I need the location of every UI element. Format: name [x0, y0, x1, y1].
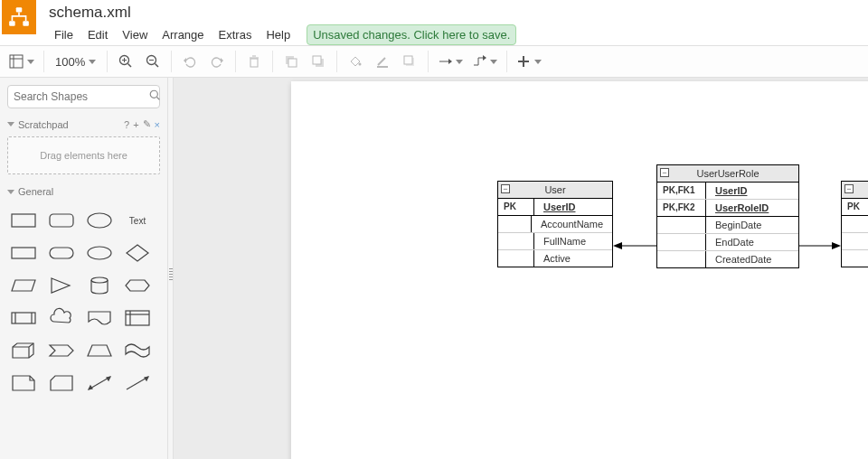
table-row[interactable]: PK,FK1UserID [657, 183, 798, 200]
menu-view[interactable]: View [117, 25, 153, 44]
redo-button[interactable] [204, 49, 230, 74]
general-header[interactable]: General [0, 183, 167, 200]
svg-point-35 [88, 213, 111, 228]
table-row[interactable]: EndDate [657, 234, 798, 251]
entity-header[interactable]: − User [498, 182, 612, 199]
svg-point-38 [88, 247, 111, 259]
delete-button[interactable] [241, 49, 267, 74]
svg-marker-52 [613, 242, 622, 249]
shape-hexagon[interactable] [119, 270, 156, 301]
shape-trapezoid[interactable] [81, 335, 118, 366]
scratchpad-help[interactable]: ? [124, 119, 129, 130]
shape-parallelogram[interactable] [5, 270, 42, 301]
table-row[interactable]: Active [498, 250, 612, 267]
shape-cylinder[interactable] [81, 270, 118, 301]
scratchpad-header[interactable]: Scratchpad ? + ✎ × [0, 116, 167, 133]
svg-rect-34 [50, 214, 73, 227]
shape-card[interactable] [43, 368, 80, 398]
shape-line[interactable] [119, 368, 156, 398]
save-banner[interactable]: Unsaved changes. Click here to save. [307, 24, 516, 45]
shape-cube[interactable] [5, 335, 42, 366]
collapse-icon[interactable]: − [844, 184, 854, 193]
canvas[interactable]: − User PKUserID AccountName FullName Act… [174, 78, 868, 459]
shape-tape[interactable] [119, 335, 156, 366]
caret-down-icon [27, 60, 34, 64]
app-logo[interactable] [2, 0, 36, 34]
shape-triangle[interactable] [43, 270, 80, 301]
collapse-icon[interactable]: − [660, 168, 669, 177]
name-col: BeginDate [706, 217, 798, 233]
insert-button[interactable] [513, 49, 545, 74]
search-input-field[interactable] [14, 90, 149, 103]
svg-marker-50 [145, 377, 148, 380]
svg-line-32 [157, 98, 160, 100]
scratchpad-body[interactable]: Drag elements here [7, 136, 160, 174]
menu-extras[interactable]: Extras [213, 25, 258, 44]
entity-user-role[interactable]: − UserRole PKUserRoleID UserRoleName Des… [841, 181, 868, 267]
line-color-button[interactable] [370, 49, 395, 74]
shape-note[interactable] [5, 368, 42, 398]
shape-ellipse[interactable] [81, 205, 118, 236]
table-row[interactable]: UserRoleName [842, 216, 868, 233]
shape-rounded-rect-2[interactable] [43, 238, 80, 268]
svg-point-39 [91, 277, 108, 283]
waypoint-style-button[interactable] [468, 49, 501, 74]
to-back-button[interactable] [306, 49, 331, 74]
shape-document[interactable] [81, 303, 118, 333]
shape-diamond[interactable] [119, 238, 156, 268]
entity-user[interactable]: − User PKUserID AccountName FullName Act… [497, 181, 613, 267]
shape-rounded-rect[interactable] [43, 205, 80, 236]
view-mode-button[interactable] [5, 49, 38, 74]
scratchpad-close[interactable]: × [155, 119, 160, 130]
table-row[interactable]: Active [842, 250, 868, 267]
svg-rect-36 [12, 248, 35, 258]
connection-style-button[interactable] [434, 49, 467, 74]
scratchpad-add[interactable]: + [133, 119, 138, 130]
filename[interactable]: schema.xml [45, 0, 516, 23]
shape-text[interactable]: Text [119, 205, 156, 236]
zoom-out-button[interactable] [140, 49, 165, 74]
connector-user-to-uur[interactable] [613, 240, 656, 251]
connector-uur-to-role[interactable] [799, 240, 841, 251]
search-shapes-input[interactable] [7, 85, 160, 108]
shape-process[interactable] [5, 303, 42, 333]
svg-marker-27 [448, 59, 452, 64]
menu-help[interactable]: Help [260, 25, 296, 44]
table-row[interactable]: PK,FK2UserRoleID [657, 200, 798, 217]
fill-color-button[interactable] [343, 49, 368, 74]
menu-edit[interactable]: Edit [82, 25, 113, 44]
shape-line-bi[interactable] [81, 368, 118, 398]
shape-rect[interactable] [5, 205, 42, 236]
undo-button[interactable] [177, 49, 203, 74]
shape-ellipse-2[interactable] [81, 238, 118, 268]
shadow-button[interactable] [397, 49, 422, 74]
shape-rect-2[interactable] [5, 238, 42, 268]
table-row[interactable]: PKUserRoleID [842, 199, 868, 216]
name-col: FullName [534, 233, 612, 249]
key-col: PK [498, 199, 534, 215]
name-col: AccountName [532, 216, 612, 232]
table-row[interactable]: AccountName [498, 216, 612, 233]
table-row[interactable]: PKUserID [498, 199, 612, 216]
shape-cloud[interactable] [43, 303, 80, 333]
entity-header[interactable]: − UserUserRole [657, 165, 798, 183]
topbar: schema.xml File Edit View Arrange Extras… [0, 0, 868, 45]
shape-internal-storage[interactable] [119, 303, 156, 333]
to-front-button[interactable] [278, 49, 304, 74]
caret-down-icon [534, 60, 542, 64]
scratchpad-edit[interactable]: ✎ [143, 118, 151, 130]
table-row[interactable]: Description [842, 233, 868, 250]
page[interactable]: − User PKUserID AccountName FullName Act… [291, 81, 868, 459]
key-col: PK [842, 199, 868, 215]
shape-step[interactable] [43, 335, 80, 366]
collapse-icon[interactable]: − [501, 184, 510, 193]
zoom-in-button[interactable] [113, 49, 138, 74]
entity-user-user-role[interactable]: − UserUserRole PK,FK1UserID PK,FK2UserRo… [656, 164, 799, 268]
zoom-dropdown[interactable]: 100% [50, 55, 101, 69]
menu-arrange[interactable]: Arrange [156, 25, 209, 44]
menu-file[interactable]: File [49, 25, 79, 44]
table-row[interactable]: FullName [498, 233, 612, 250]
table-row[interactable]: CreatedDate [657, 251, 798, 267]
table-row[interactable]: BeginDate [657, 217, 798, 234]
entity-header[interactable]: − UserRole [842, 182, 868, 199]
